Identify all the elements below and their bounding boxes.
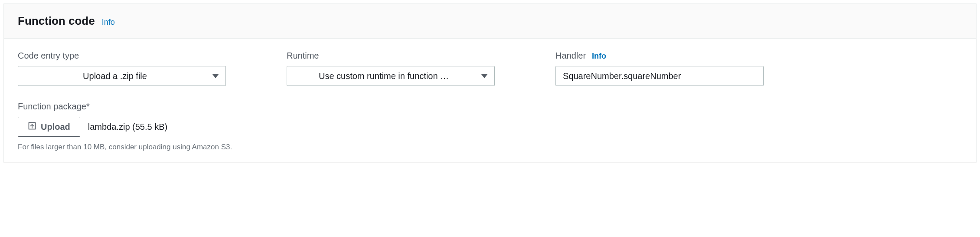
code-entry-type-label: Code entry type [18, 51, 79, 61]
handler-field: Handler Info [555, 51, 764, 86]
runtime-select-wrap: Use custom runtime in function … [287, 66, 495, 86]
runtime-select[interactable]: Use custom runtime in function … [287, 66, 495, 86]
form-row-top: Code entry type Upload a .zip file Runti… [18, 51, 962, 86]
upload-button-label: Upload [41, 122, 70, 132]
upload-row: Upload lambda.zip (55.5 kB) [18, 117, 962, 137]
panel-header: Function code Info [4, 4, 976, 39]
handler-info-link[interactable]: Info [592, 52, 606, 61]
handler-label: Handler [555, 51, 586, 61]
code-entry-type-field: Code entry type Upload a .zip file [18, 51, 226, 86]
panel-title: Function code [18, 14, 95, 28]
function-code-panel: Function code Info Code entry type Uploa… [3, 3, 977, 162]
panel-body: Code entry type Upload a .zip file Runti… [4, 39, 976, 162]
handler-label-row: Handler Info [555, 51, 764, 61]
handler-input[interactable] [555, 66, 764, 86]
code-entry-type-select-wrap: Upload a .zip file [18, 66, 226, 86]
code-entry-type-select[interactable]: Upload a .zip file [18, 66, 226, 86]
function-package-label-row: Function package* [18, 102, 962, 112]
function-package-help: For files larger than 10 MB, consider up… [18, 143, 962, 151]
function-package-label: Function package* [18, 102, 90, 112]
code-entry-type-label-row: Code entry type [18, 51, 226, 61]
runtime-label-row: Runtime [287, 51, 495, 61]
panel-info-link[interactable]: Info [102, 18, 115, 27]
upload-filename: lambda.zip (55.5 kB) [88, 122, 167, 132]
runtime-label: Runtime [287, 51, 319, 61]
upload-button[interactable]: Upload [18, 117, 80, 137]
runtime-field: Runtime Use custom runtime in function … [287, 51, 495, 86]
upload-icon [28, 122, 36, 132]
function-package-field: Function package* Upload lambda.zip (55.… [18, 102, 962, 151]
